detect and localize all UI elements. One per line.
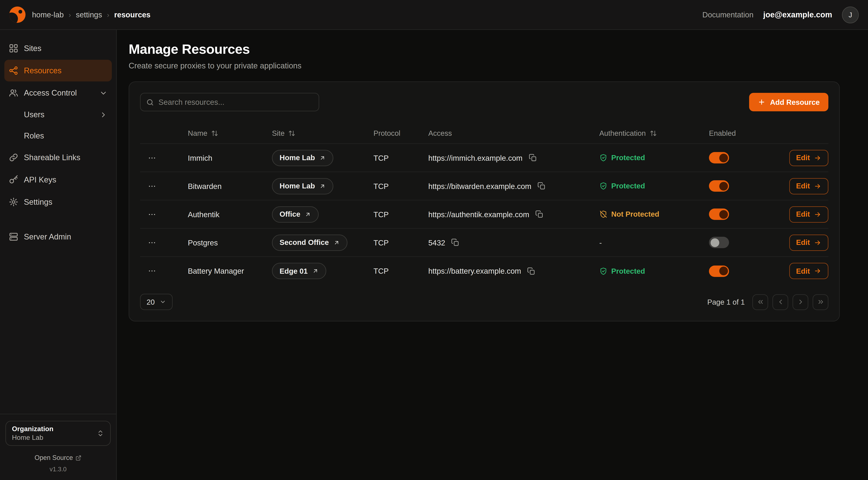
column-header-label: Site (272, 129, 285, 138)
page-size-select[interactable]: 20 (140, 294, 173, 310)
sidebar-item-users[interactable]: Users (4, 104, 112, 125)
site-link[interactable]: Home Lab (272, 150, 334, 166)
chevrons-right-icon (817, 298, 825, 306)
edit-button[interactable]: Edit (789, 263, 829, 279)
external-icon (319, 183, 326, 189)
edit-label: Edit (796, 154, 810, 162)
first-page-button[interactable] (752, 294, 768, 310)
chevron-right-icon (99, 111, 107, 119)
edit-button[interactable]: Edit (789, 206, 829, 222)
copy-button[interactable] (527, 153, 538, 163)
sidebar-item-shareable-links[interactable]: Shareable Links (4, 147, 112, 168)
sidebar-item-api-keys[interactable]: API Keys (4, 169, 112, 190)
main-content: Manage Resources Create secure proxies t… (117, 30, 868, 480)
table-row: ImmichHome LabTCPhttps://immich.example.… (140, 144, 828, 172)
add-resource-label: Add Resource (770, 98, 820, 106)
column-header-site[interactable]: Site (272, 129, 373, 138)
arrow-right-icon (814, 210, 821, 218)
user-email[interactable]: joe@example.com (763, 10, 832, 19)
edit-button[interactable]: Edit (789, 150, 829, 166)
sidebar-item-resources[interactable]: Resources (4, 60, 112, 82)
toggle-knob (710, 238, 719, 247)
sort-icon (288, 130, 296, 137)
resource-protocol: TCP (373, 153, 428, 162)
sidebar-item-label: Users (24, 110, 44, 119)
shield-off-icon (599, 210, 608, 218)
organization-selector[interactable]: Organization Home Lab (5, 421, 111, 446)
arrow-right-icon (814, 239, 821, 246)
copy-button[interactable] (526, 266, 536, 276)
column-header-label: Protocol (373, 129, 400, 138)
row-actions-menu-button[interactable] (145, 180, 160, 192)
site-link[interactable]: Home Lab (272, 178, 334, 194)
column-header-authentication[interactable]: Authentication (599, 129, 709, 138)
sidebar-item-settings[interactable]: Settings (4, 191, 112, 213)
copy-icon (451, 238, 459, 246)
row-actions-menu-button[interactable] (145, 151, 160, 164)
copy-button[interactable] (536, 181, 547, 191)
sidebar-item-label: Server Admin (24, 232, 71, 241)
sidebar-item-access-control[interactable]: Access Control (4, 82, 112, 104)
edit-button[interactable]: Edit (789, 234, 829, 251)
gear-icon (9, 197, 19, 207)
last-page-button[interactable] (813, 294, 828, 310)
arrow-right-icon (814, 267, 821, 275)
page-size-value: 20 (147, 298, 155, 306)
next-page-button[interactable] (793, 294, 808, 310)
app-logo-icon[interactable] (9, 6, 26, 23)
open-source-link[interactable]: Open Source (5, 454, 111, 461)
site-name: Office (280, 210, 300, 218)
column-header-name[interactable]: Name (188, 129, 272, 138)
breadcrumb-settings[interactable]: settings (76, 10, 102, 19)
enabled-toggle[interactable] (709, 180, 729, 192)
copy-icon (535, 210, 544, 218)
copy-button[interactable] (534, 209, 545, 219)
sidebar-item-sites[interactable]: Sites (4, 37, 112, 59)
enabled-toggle[interactable] (709, 265, 729, 277)
enabled-toggle[interactable] (709, 237, 729, 248)
resource-protocol: TCP (373, 238, 428, 247)
resource-protocol: TCP (373, 210, 428, 219)
copy-button[interactable] (450, 237, 460, 248)
key-icon (9, 175, 19, 185)
resource-name: Immich (188, 153, 272, 162)
site-link[interactable]: Edge 01 (272, 263, 326, 279)
row-actions-menu-button[interactable] (145, 236, 160, 249)
breadcrumb-separator-icon: › (69, 11, 71, 19)
sidebar-item-label: Access Control (24, 89, 77, 97)
search-input[interactable] (158, 98, 313, 107)
sidebar-item-label: Roles (24, 131, 44, 140)
chevron-right-icon (797, 298, 804, 306)
edit-label: Edit (796, 210, 810, 218)
breadcrumb-resources: resources (114, 10, 151, 19)
copy-icon (537, 182, 546, 190)
auth-status: Protected (611, 154, 645, 162)
breadcrumb-org[interactable]: home-lab (32, 10, 64, 19)
sidebar-item-roles[interactable]: Roles (4, 125, 112, 146)
sidebar-item-label: Shareable Links (24, 153, 80, 162)
site-link[interactable]: Office (272, 206, 319, 222)
row-actions-menu-button[interactable] (145, 208, 160, 221)
previous-page-button[interactable] (772, 294, 788, 310)
external-link-icon (75, 455, 82, 461)
documentation-link[interactable]: Documentation (703, 10, 754, 19)
row-actions-menu-button[interactable] (145, 264, 160, 277)
resource-name: Battery Manager (188, 267, 272, 275)
arrow-right-icon (814, 154, 821, 161)
site-link[interactable]: Second Office (272, 234, 347, 251)
sidebar-item-server-admin[interactable]: Server Admin (4, 226, 112, 248)
chevron-down-icon (160, 299, 166, 305)
add-resource-button[interactable]: Add Resource (749, 93, 828, 111)
toggle-knob (719, 153, 728, 162)
toggle-knob (719, 210, 728, 219)
enabled-toggle[interactable] (709, 209, 729, 220)
edit-button[interactable]: Edit (789, 178, 829, 194)
version-label: v1.3.0 (5, 466, 111, 472)
resource-access: 5432 (428, 238, 445, 247)
auth-status: Protected (611, 267, 645, 275)
open-source-label: Open Source (35, 454, 73, 461)
topbar: home-lab › settings › resources Document… (0, 0, 868, 30)
resource-protocol: TCP (373, 182, 428, 190)
enabled-toggle[interactable] (709, 152, 729, 163)
user-avatar[interactable]: J (842, 6, 859, 23)
